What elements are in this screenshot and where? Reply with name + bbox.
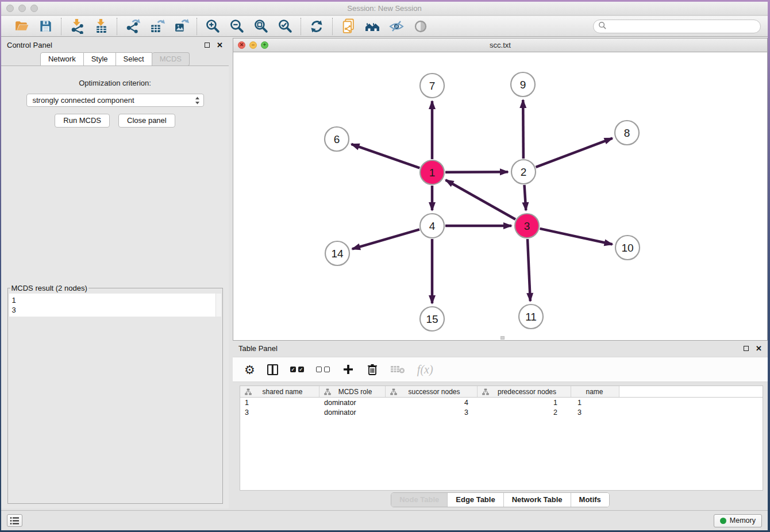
graph-node-3[interactable]: 3 — [515, 214, 539, 238]
hide-graphics-details-button[interactable] — [388, 18, 405, 34]
tab-style[interactable]: Style — [84, 52, 116, 66]
graph-edge-3-10[interactable] — [540, 229, 612, 244]
show-columns-button[interactable] — [267, 362, 278, 377]
tab-motifs[interactable]: Motifs — [571, 493, 609, 507]
graph-edge-3-11[interactable] — [528, 239, 530, 301]
delete-row-button[interactable] — [367, 362, 378, 377]
graph-node-1[interactable]: 1 — [420, 160, 444, 184]
network-graph[interactable]: 7968124314101511 — [233, 52, 765, 340]
apply-function-button[interactable]: f(x) — [417, 362, 433, 377]
import-network-button[interactable] — [69, 18, 85, 34]
zoom-selected-button[interactable] — [277, 18, 293, 34]
deselect-all-button[interactable] — [316, 362, 330, 377]
network-canvas[interactable]: 7968124314101511 — [233, 52, 768, 341]
run-mcds-button[interactable]: Run MCDS — [55, 114, 110, 128]
graph-edge-2-3[interactable] — [524, 185, 526, 210]
column-header-name[interactable]: name — [571, 386, 619, 397]
tab-mcds[interactable]: MCDS — [152, 52, 190, 66]
graph-node-2[interactable]: 2 — [511, 160, 536, 184]
export-image-button[interactable] — [173, 18, 189, 34]
refresh-network-button[interactable] — [309, 18, 325, 34]
select-all-button[interactable]: ✓✓ — [290, 362, 304, 377]
splitter-grip[interactable] — [500, 336, 505, 340]
tab-node-table[interactable]: Node Table — [391, 493, 447, 507]
column-header-successor-nodes[interactable]: successor nodes — [386, 386, 478, 397]
export-network-button[interactable] — [125, 18, 141, 34]
tab-select[interactable]: Select — [116, 52, 152, 66]
graph-node-11[interactable]: 11 — [519, 304, 543, 329]
node-table[interactable]: shared name MCDS role successor nodes pr… — [240, 385, 763, 491]
graph-node-label: 9 — [520, 79, 526, 91]
column-header-predecessor-nodes[interactable]: predecessor nodes — [478, 386, 571, 397]
graph-edge-1-6[interactable] — [351, 144, 419, 168]
result-scrollbar[interactable] — [215, 294, 221, 317]
tab-edge-table[interactable]: Edge Table — [447, 493, 503, 507]
add-column-button[interactable] — [342, 362, 355, 377]
search-input[interactable] — [610, 22, 756, 30]
search-box[interactable] — [593, 20, 761, 33]
float-panel-icon[interactable] — [744, 346, 749, 351]
close-panel-button[interactable]: Close panel — [118, 114, 175, 128]
zoom-in-button[interactable] — [205, 18, 221, 34]
graph-edge-2-9[interactable] — [523, 100, 523, 159]
window-title: Session: New Session — [1, 4, 768, 13]
table-row[interactable]: 1 dominator 4 1 1 — [240, 398, 763, 407]
zoom-fit-button[interactable] — [253, 18, 269, 34]
delete-table-button[interactable] — [390, 362, 405, 377]
export-table-button[interactable] — [149, 18, 165, 34]
houses-icon — [364, 18, 380, 34]
clone-network-button[interactable] — [340, 18, 356, 34]
graph-node-9[interactable]: 9 — [511, 72, 535, 97]
cell-name[interactable]: 3 — [571, 408, 619, 417]
cell-shared-name[interactable]: 1 — [240, 399, 319, 407]
float-panel-icon[interactable] — [205, 43, 210, 48]
graph-node-label: 14 — [331, 248, 344, 260]
graph-node-6[interactable]: 6 — [325, 127, 349, 151]
graph-edge-3-1[interactable] — [446, 180, 515, 219]
graph-node-15[interactable]: 15 — [420, 307, 444, 331]
close-panel-icon[interactable]: ✕ — [217, 41, 223, 49]
show-task-history-button[interactable] — [7, 514, 22, 527]
cell-shared-name[interactable]: 3 — [240, 408, 319, 417]
column-header-mcds-role[interactable]: MCDS role — [319, 386, 386, 397]
cell-name[interactable]: 1 — [571, 399, 619, 407]
close-panel-icon[interactable]: ✕ — [756, 345, 762, 352]
cell-successor-nodes[interactable]: 4 — [386, 399, 478, 407]
close-view-button[interactable]: ✕ — [238, 41, 245, 49]
maximize-view-button[interactable]: + — [261, 41, 268, 49]
cell-mcds-role[interactable]: dominator — [319, 399, 386, 407]
status-bar: Memory — [1, 510, 768, 530]
tab-network[interactable]: Network — [40, 52, 84, 66]
graph-node-label: 11 — [525, 311, 537, 323]
column-header-shared-name[interactable]: shared name — [240, 386, 319, 397]
graph-node-4[interactable]: 4 — [420, 214, 444, 238]
minimize-view-button[interactable]: − — [249, 41, 257, 49]
tab-network-table[interactable]: Network Table — [503, 493, 571, 507]
maximize-window-button[interactable] — [30, 5, 38, 12]
table-settings-button[interactable]: ⚙ — [244, 362, 255, 377]
graph-node-7[interactable]: 7 — [420, 74, 444, 98]
graph-node-14[interactable]: 14 — [325, 241, 349, 265]
zoom-out-button[interactable] — [229, 18, 245, 34]
cell-mcds-role[interactable]: dominator — [319, 408, 386, 417]
graph-edge-4-14[interactable] — [352, 229, 419, 249]
save-session-button[interactable] — [37, 18, 53, 34]
optimization-criterion-select[interactable]: strongly connected component — [26, 94, 204, 107]
cell-predecessor-nodes[interactable]: 2 — [478, 408, 571, 417]
mcds-result-list[interactable]: 1 3 — [9, 294, 221, 317]
cell-successor-nodes[interactable]: 3 — [386, 408, 478, 417]
graph-edge-2-8[interactable] — [536, 138, 613, 167]
cell-predecessor-nodes[interactable]: 1 — [478, 399, 571, 407]
graph-edge-1-2[interactable] — [445, 172, 508, 172]
minimize-window-button[interactable] — [18, 5, 26, 12]
close-window-button[interactable] — [6, 5, 14, 12]
list-icon — [10, 516, 20, 525]
cyndex-home-button[interactable] — [364, 18, 380, 34]
table-row[interactable]: 3 dominator 3 2 3 — [240, 407, 763, 417]
open-session-button[interactable] — [13, 18, 29, 34]
memory-button[interactable]: Memory — [714, 514, 762, 527]
graph-node-8[interactable]: 8 — [615, 121, 639, 145]
graph-node-10[interactable]: 10 — [615, 236, 640, 260]
import-table-button[interactable] — [93, 18, 109, 34]
show-graphics-details-button[interactable] — [413, 18, 429, 34]
